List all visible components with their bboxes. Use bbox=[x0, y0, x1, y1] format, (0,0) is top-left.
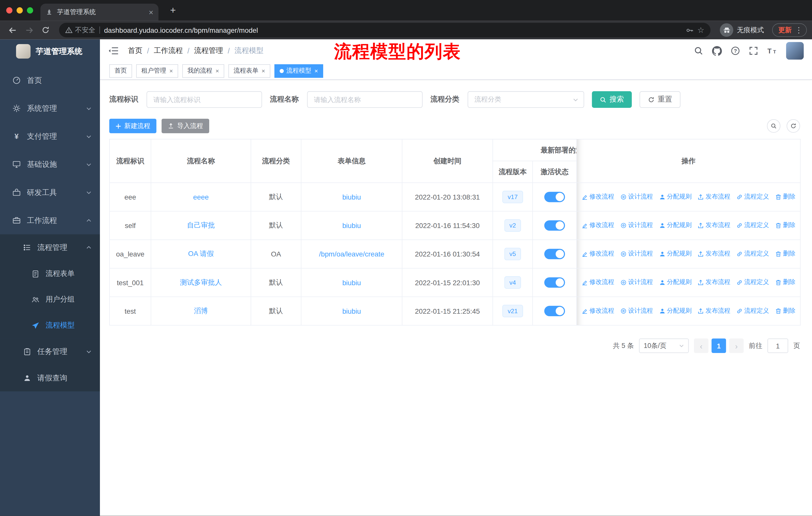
window-zoom-button[interactable] bbox=[27, 7, 33, 13]
design-process-link[interactable]: 设计流程 bbox=[620, 221, 653, 230]
github-icon[interactable] bbox=[712, 46, 722, 56]
tab-close-icon[interactable]: × bbox=[149, 8, 153, 16]
publish-process-link[interactable]: 发布流程 bbox=[698, 278, 730, 287]
incognito-indicator[interactable]: 无痕模式 bbox=[720, 23, 764, 37]
sidebar-item-workflow[interactable]: 工作流程 bbox=[0, 206, 100, 234]
publish-process-link[interactable]: 发布流程 bbox=[698, 306, 730, 315]
form-info-link[interactable]: biubiu bbox=[342, 279, 361, 287]
more-menu-icon[interactable]: ⋮ bbox=[795, 25, 803, 35]
tag-process-form[interactable]: 流程表单 × bbox=[228, 64, 270, 77]
reset-button[interactable]: 重置 bbox=[640, 91, 680, 108]
show-search-button[interactable] bbox=[767, 119, 780, 133]
page-1-button[interactable]: 1 bbox=[712, 338, 726, 353]
forward-button[interactable] bbox=[22, 23, 36, 37]
edit-process-link[interactable]: 修改流程 bbox=[582, 278, 614, 287]
design-process-link[interactable]: 设计流程 bbox=[620, 306, 653, 315]
process-name-input[interactable] bbox=[307, 91, 423, 108]
breadcrumb-process-management[interactable]: 流程管理 bbox=[194, 46, 223, 55]
process-id-input[interactable] bbox=[146, 91, 262, 108]
search-icon[interactable] bbox=[694, 46, 703, 55]
assign-rule-link[interactable]: 分配规则 bbox=[659, 306, 692, 315]
create-process-button[interactable]: 新建流程 bbox=[109, 119, 156, 133]
active-toggle[interactable] bbox=[544, 249, 565, 259]
publish-process-link[interactable]: 发布流程 bbox=[698, 192, 730, 201]
edit-process-link[interactable]: 修改流程 bbox=[582, 192, 614, 201]
user-avatar[interactable] bbox=[786, 42, 804, 60]
bookmark-star-icon[interactable]: ☆ bbox=[697, 25, 704, 35]
import-process-button[interactable]: 导入流程 bbox=[162, 119, 209, 133]
close-icon[interactable]: × bbox=[215, 67, 219, 74]
process-definition-link[interactable]: 流程定义 bbox=[736, 249, 769, 258]
goto-page-input[interactable] bbox=[767, 338, 788, 353]
active-toggle[interactable] bbox=[544, 277, 565, 288]
sidebar-item-process-management[interactable]: 流程管理 bbox=[0, 234, 100, 261]
design-process-link[interactable]: 设计流程 bbox=[620, 192, 653, 201]
back-button[interactable] bbox=[5, 23, 20, 37]
delete-process-link[interactable]: 删除 bbox=[775, 306, 795, 315]
close-icon[interactable]: × bbox=[169, 67, 173, 74]
tag-tenant-management[interactable]: 租户管理 × bbox=[136, 64, 178, 77]
refresh-table-button[interactable] bbox=[787, 119, 800, 133]
assign-rule-link[interactable]: 分配规则 bbox=[659, 221, 692, 230]
sidebar-item-user-group[interactable]: 用户分组 bbox=[0, 287, 100, 313]
process-definition-link[interactable]: 流程定义 bbox=[736, 306, 769, 315]
tag-my-process[interactable]: 我的流程 × bbox=[182, 64, 224, 77]
tag-process-model[interactable]: 流程模型 × bbox=[274, 64, 323, 77]
app-logo[interactable]: 芋道管理系统 bbox=[0, 39, 100, 63]
close-icon[interactable]: × bbox=[314, 67, 318, 74]
password-key-icon[interactable] bbox=[686, 26, 693, 34]
sidebar-item-payment[interactable]: ¥ 支付管理 bbox=[0, 123, 100, 151]
process-definition-link[interactable]: 流程定义 bbox=[736, 192, 769, 201]
next-page-button[interactable]: › bbox=[729, 338, 744, 353]
delete-process-link[interactable]: 删除 bbox=[775, 221, 795, 230]
sidebar-item-process-model[interactable]: 流程模型 bbox=[0, 313, 100, 338]
active-toggle[interactable] bbox=[544, 192, 565, 202]
publish-process-link[interactable]: 发布流程 bbox=[698, 249, 730, 258]
collapse-sidebar-icon[interactable] bbox=[108, 47, 120, 55]
reload-button[interactable] bbox=[38, 23, 53, 37]
process-category-select[interactable]: 流程分类 bbox=[468, 91, 584, 108]
active-toggle[interactable] bbox=[544, 220, 565, 230]
window-close-button[interactable] bbox=[6, 7, 12, 13]
assign-rule-link[interactable]: 分配规则 bbox=[659, 278, 692, 287]
process-name-link[interactable]: 自己审批 bbox=[187, 221, 215, 229]
assign-rule-link[interactable]: 分配规则 bbox=[659, 192, 692, 201]
browser-update-button[interactable]: 更新 ⋮ bbox=[772, 23, 807, 37]
window-minimize-button[interactable] bbox=[17, 7, 23, 13]
design-process-link[interactable]: 设计流程 bbox=[620, 249, 653, 258]
edit-process-link[interactable]: 修改流程 bbox=[582, 249, 614, 258]
search-button[interactable]: 搜索 bbox=[592, 91, 632, 108]
form-info-link[interactable]: biubiu bbox=[342, 307, 361, 315]
sidebar-item-leave-query[interactable]: 请假查询 bbox=[0, 365, 100, 391]
font-size-icon[interactable]: TT bbox=[767, 47, 777, 55]
active-toggle[interactable] bbox=[544, 306, 565, 316]
new-tab-button[interactable]: + bbox=[167, 4, 179, 17]
address-bar[interactable]: 不安全 dashboard.yudao.iocoder.cn/bpm/manag… bbox=[59, 23, 710, 37]
breadcrumb-workflow[interactable]: 工作流程 bbox=[154, 46, 183, 55]
fullscreen-icon[interactable] bbox=[749, 46, 758, 55]
sidebar-item-home[interactable]: 首页 bbox=[0, 66, 100, 94]
breadcrumb-home[interactable]: 首页 bbox=[128, 46, 142, 55]
sidebar-item-devtools[interactable]: 研发工具 bbox=[0, 179, 100, 206]
form-info-link[interactable]: /bpm/oa/leave/create bbox=[319, 250, 384, 258]
process-name-link[interactable]: OA 请假 bbox=[188, 250, 214, 258]
sidebar-item-process-form[interactable]: 流程表单 bbox=[0, 261, 100, 287]
assign-rule-link[interactable]: 分配规则 bbox=[659, 249, 692, 258]
form-info-link[interactable]: biubiu bbox=[342, 193, 361, 201]
process-definition-link[interactable]: 流程定义 bbox=[736, 278, 769, 287]
prev-page-button[interactable]: ‹ bbox=[694, 338, 708, 353]
process-definition-link[interactable]: 流程定义 bbox=[736, 221, 769, 230]
process-name-link[interactable]: eeee bbox=[193, 193, 209, 201]
sidebar-item-task-management[interactable]: 任务管理 bbox=[0, 338, 100, 365]
help-icon[interactable]: ? bbox=[731, 46, 740, 55]
edit-process-link[interactable]: 修改流程 bbox=[582, 221, 614, 230]
close-icon[interactable]: × bbox=[262, 67, 265, 74]
sidebar-item-system[interactable]: 系统管理 bbox=[0, 94, 100, 122]
tag-home[interactable]: 首页 bbox=[109, 64, 132, 77]
page-size-select[interactable]: 10条/页 bbox=[639, 338, 689, 353]
delete-process-link[interactable]: 删除 bbox=[775, 249, 795, 258]
publish-process-link[interactable]: 发布流程 bbox=[698, 221, 730, 230]
delete-process-link[interactable]: 删除 bbox=[775, 192, 795, 201]
edit-process-link[interactable]: 修改流程 bbox=[582, 306, 614, 315]
process-name-link[interactable]: 测试多审批人 bbox=[180, 278, 222, 286]
